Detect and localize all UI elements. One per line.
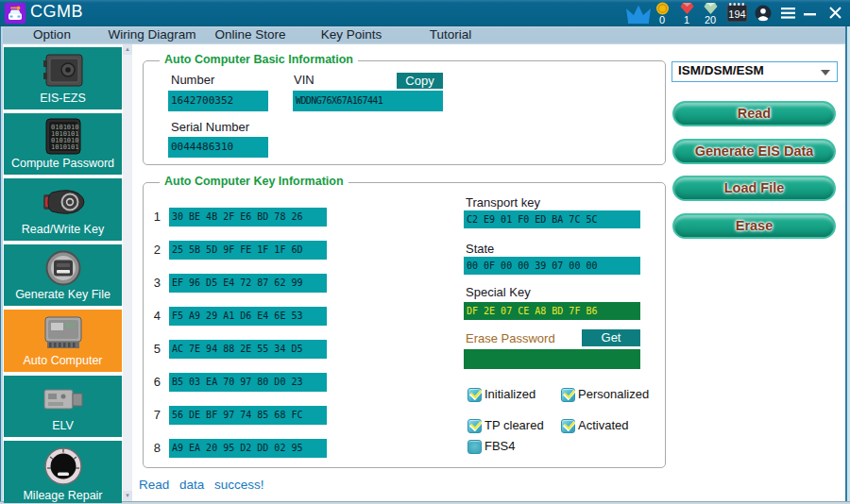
- field-special-key: DF 2E 07 CE A8 BD 7F B6: [464, 302, 640, 320]
- icon-menu: [781, 8, 795, 19]
- nav-compute-password[interactable]: 01010101010101 01010101010101 Compute Pa…: [4, 113, 122, 176]
- icon-close: [829, 7, 842, 19]
- key-8: A9 EA 20 95 D2 DD 02 95: [169, 439, 327, 458]
- label-serial: Serial Number: [171, 120, 249, 134]
- coins: 0: [653, 14, 672, 25]
- status-text: Read data success!: [139, 478, 264, 492]
- btn-generate-eis[interactable]: Generate EIS Data: [672, 139, 836, 164]
- btn-copy[interactable]: Copy: [397, 73, 443, 89]
- icon-gem-green: [704, 2, 718, 15]
- icon-coin: [655, 2, 670, 15]
- nav-elv[interactable]: ELV: [4, 376, 122, 438]
- svg-text:1010101: 1010101: [51, 143, 79, 151]
- svg-text:194: 194: [728, 8, 745, 20]
- gems-red: 1: [677, 14, 696, 25]
- nav-eis-ezs[interactable]: EIS-EZS: [4, 47, 122, 109]
- key-5: AC 7E 94 88 2E 55 34 D5: [169, 340, 327, 359]
- nav-generate-key-file[interactable]: Generate Key File: [4, 244, 122, 307]
- chk-personalized: [561, 388, 575, 402]
- titlebar: CGMB 0 1 20 194: [0, 0, 850, 26]
- btn-read[interactable]: Read: [672, 101, 836, 126]
- icon-min: [804, 13, 816, 16]
- nav-auto-computer[interactable]: Auto Computer: [4, 310, 122, 372]
- icon-calendar: 194: [726, 2, 748, 23]
- nav-mileage-repair[interactable]: Mileage Repair: [4, 441, 122, 503]
- sidebar: EIS-EZS 01010101010101 01010101010101 Co…: [3, 44, 123, 501]
- app-logo: [5, 3, 26, 24]
- icon-crown: [625, 4, 652, 24]
- label-transport-key: Transport key: [466, 195, 540, 210]
- menubar: Option Wiring Diagram Online Store Key P…: [0, 26, 850, 44]
- sidebar-scrollbar: ▲ ▼: [123, 44, 132, 501]
- menu-keypoints[interactable]: Key Points: [321, 27, 382, 42]
- app-title: CGMB: [30, 2, 83, 22]
- field-vin: WDDNG76X67A167441: [293, 91, 443, 111]
- key-6: B5 03 EA 70 97 80 D0 23: [169, 373, 327, 392]
- dropdown-module[interactable]: ISM/DSM/ESM: [672, 61, 838, 82]
- chk-activated: [561, 419, 575, 433]
- label-state: State: [466, 242, 494, 256]
- menu-store[interactable]: Online Store: [214, 27, 285, 42]
- label-number: Number: [171, 73, 214, 87]
- field-erase-password: [464, 349, 640, 369]
- key-4: F5 A9 29 A1 D6 E4 6E 53: [169, 307, 327, 326]
- icon-gem-red: [680, 2, 694, 15]
- nav-read-write-key[interactable]: Read/Write Key: [4, 178, 122, 241]
- icon-user: [755, 5, 772, 22]
- field-state: 00 0F 00 00 39 07 00 00: [464, 257, 640, 275]
- label-vin: VIN: [294, 73, 314, 87]
- field-serial: 0044486310: [168, 137, 268, 158]
- menu-option[interactable]: Option: [33, 27, 71, 42]
- label-special-key: Special Key: [466, 285, 531, 299]
- btn-erase[interactable]: Erase: [672, 213, 836, 239]
- field-number: 1642700352: [168, 91, 268, 111]
- btn-load-file[interactable]: Load File: [672, 176, 836, 201]
- label-erase-password: Erase Password: [466, 331, 555, 345]
- chk-tp-cleared: [468, 419, 482, 433]
- chk-initialized: [468, 388, 482, 402]
- gems-green: 20: [701, 14, 720, 25]
- field-transport: C2 E9 01 F0 ED BA 7C 5C: [464, 210, 640, 228]
- menu-tutorial[interactable]: Tutorial: [430, 27, 472, 42]
- menu-wiring[interactable]: Wiring Diagram: [108, 27, 196, 42]
- key-7: 56 DE BF 97 74 85 68 FC: [169, 406, 327, 425]
- chk-fbs4: [468, 440, 482, 454]
- key-1: 30 BE 4B 2F E6 BD 78 26: [169, 208, 327, 227]
- key-3: EF 96 D5 E4 72 87 62 99: [169, 274, 327, 293]
- btn-get[interactable]: Get: [582, 329, 640, 346]
- cgmb-app: CGMB 0 1 20 194: [0, 0, 850, 504]
- key-2: 25 5B 5D 9F FE 1F 1F 6D: [169, 241, 327, 260]
